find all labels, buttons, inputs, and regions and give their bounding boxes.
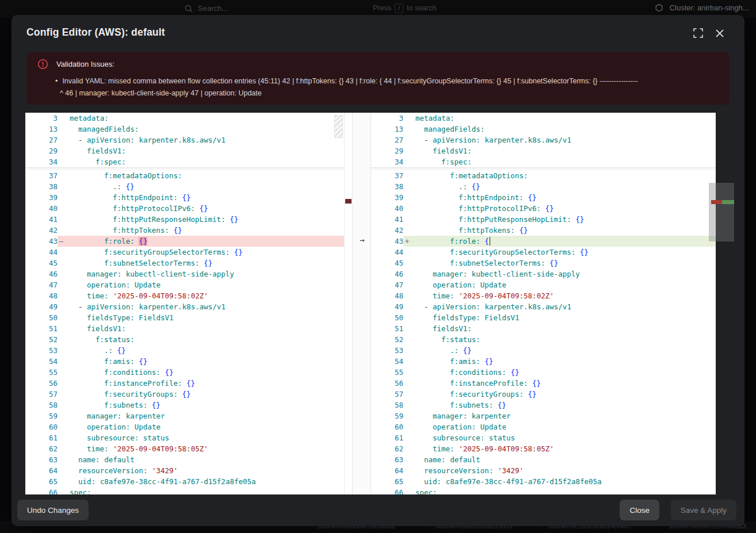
code-line[interactable]: 57f:securityGroups: {} (25, 389, 352, 400)
sticky-line[interactable]: 34f:spec: (371, 156, 716, 167)
sticky-line[interactable]: 29fieldsV1: (25, 145, 352, 156)
undo-changes-button[interactable]: Undo Changes (17, 500, 89, 520)
sticky-line[interactable]: 29fieldsV1: (371, 145, 716, 156)
code-line[interactable]: 55f:conditions: {} (371, 367, 716, 378)
code-text: time: '2025-09-04T09:58:05Z' (411, 443, 716, 454)
diff-pane-modified[interactable]: 3metadata:13managedFields:27- apiVersion… (371, 113, 716, 494)
code-line[interactable]: 47operation: Update (25, 279, 352, 290)
diff-sign (403, 476, 411, 487)
sticky-line[interactable]: 27- apiVersion: karpenter.k8s.aws/v1 (25, 135, 352, 145)
code-line[interactable]: 62time: '2025-09-04T09:58:05Z' (371, 443, 716, 454)
code-line[interactable]: 49- apiVersion: karpenter.k8s.aws/v1 (25, 301, 352, 312)
fullscreen-button[interactable] (690, 26, 705, 41)
code-line[interactable]: 48time: '2025-09-04T09:58:02Z' (25, 290, 352, 301)
code-line[interactable]: 41f:httpPutResponseHopLimit: {} (25, 214, 352, 225)
code-text: fieldsType: FieldsV1 (65, 312, 352, 323)
code-line[interactable]: 53.: {} (371, 345, 716, 356)
code-line[interactable]: 48time: '2025-09-04T09:58:02Z' (371, 290, 716, 301)
sticky-line[interactable]: 34f:spec: (25, 156, 352, 167)
code-line[interactable]: 61subresource: status (25, 432, 352, 443)
code-line[interactable]: 42f:httpTokens: {} (371, 225, 716, 236)
code-line[interactable]: 56f:instanceProfile: {} (371, 378, 716, 389)
yaml-diff-editor[interactable]: 3metadata:13managedFields:27- apiVersion… (25, 113, 716, 494)
sticky-line[interactable]: 3metadata: (371, 113, 716, 124)
revert-change-button[interactable]: → (356, 235, 368, 246)
diff-sign (403, 203, 411, 214)
code-line[interactable]: 44f:securityGroupSelectorTerms: {} (25, 247, 352, 258)
code-line[interactable]: 56f:instanceProfile: {} (25, 378, 352, 389)
code-line[interactable]: 43+f:role: { (371, 236, 716, 247)
code-line[interactable]: 45f:subnetSelectorTerms: {} (371, 258, 716, 269)
line-number: 13 (25, 124, 58, 135)
close-modal-button[interactable] (712, 26, 727, 41)
code-line[interactable]: 44f:securityGroupSelectorTerms: {} (371, 247, 716, 258)
code-text: f:conditions: {} (65, 367, 352, 378)
line-number: 43 (371, 236, 403, 247)
code-line[interactable]: 58f:subnets: {} (25, 400, 352, 411)
scrollbar-thumb[interactable] (709, 183, 734, 241)
line-number: 58 (25, 400, 58, 411)
code-text: metadata: (411, 113, 716, 124)
sticky-line[interactable]: 13managedFields: (25, 124, 352, 135)
code-line[interactable]: 59manager: karpenter (25, 411, 352, 421)
code-line[interactable]: 51fieldsV1: (371, 323, 716, 334)
code-line[interactable]: 54f:amis: {} (25, 356, 352, 367)
code-line[interactable]: 38.: {} (371, 181, 716, 192)
code-line[interactable]: 39f:httpEndpoint: {} (371, 192, 716, 203)
code-line[interactable]: 37f:metadataOptions: (371, 170, 716, 181)
code-line[interactable]: 38.: {} (25, 181, 352, 192)
bullet: • (55, 77, 58, 85)
diff-sign (58, 269, 65, 279)
diff-sign (403, 454, 411, 465)
editor-scrollbar[interactable] (709, 113, 734, 494)
sticky-line[interactable]: 13managedFields: (371, 124, 716, 135)
close-button[interactable]: Close (620, 500, 659, 520)
code-line[interactable]: 65uid: c8afe97e-38cc-4f91-a767-d15f2a8fe… (371, 476, 716, 487)
code-line[interactable]: 63name: default (25, 454, 352, 465)
code-line[interactable]: 40f:httpProtocolIPv6: {} (25, 203, 352, 214)
overview-ruler-left[interactable] (344, 113, 352, 494)
code-line[interactable]: 43−f:role: {} (25, 236, 352, 247)
code-line[interactable]: 55f:conditions: {} (25, 367, 352, 378)
code-line[interactable]: 42f:httpTokens: {} (25, 225, 352, 236)
code-line[interactable]: 65uid: c8afe97e-38cc-4f91-a767-d15f2a8fe… (25, 476, 352, 487)
code-line[interactable]: 61subresource: status (371, 432, 716, 443)
code-line[interactable]: 64resourceVersion: '3429' (371, 465, 716, 476)
expand-unchanged-region[interactable] (334, 115, 343, 138)
code-line[interactable]: 54f:amis: {} (371, 356, 716, 367)
line-number: 29 (371, 145, 403, 156)
save-apply-button[interactable]: Save & Apply (671, 500, 736, 520)
code-line[interactable]: 53.: {} (25, 345, 352, 356)
sticky-line[interactable]: 27- apiVersion: karpenter.k8s.aws/v1 (371, 135, 716, 145)
code-line[interactable]: 57f:securityGroups: {} (371, 389, 716, 400)
code-line[interactable]: 62time: '2025-09-04T09:58:05Z' (25, 443, 352, 454)
code-line[interactable]: 39f:httpEndpoint: {} (25, 192, 352, 203)
code-line[interactable]: 64resourceVersion: '3429' (25, 465, 352, 476)
diff-pane-original[interactable]: 3metadata:13managedFields:27- apiVersion… (25, 113, 352, 494)
line-number: 65 (371, 476, 403, 487)
code-line[interactable]: 52f:status: (25, 334, 352, 345)
code-line[interactable]: 46manager: kubectl-client-side-apply (371, 269, 716, 279)
code-line[interactable]: 40f:httpProtocolIPv6: {} (371, 203, 716, 214)
code-line[interactable]: 63name: default (371, 454, 716, 465)
code-line[interactable]: 60operation: Update (371, 421, 716, 432)
code-line[interactable]: 45f:subnetSelectorTerms: {} (25, 258, 352, 269)
code-text: subresource: status (65, 432, 352, 443)
code-text: f:role: { (411, 236, 716, 247)
code-line[interactable]: 50fieldsType: FieldsV1 (371, 312, 716, 323)
code-line[interactable]: 49- apiVersion: karpenter.k8s.aws/v1 (371, 301, 716, 312)
line-number: 64 (371, 465, 403, 476)
code-line[interactable]: 37f:metadataOptions: (25, 170, 352, 181)
code-line[interactable]: 46manager: kubectl-client-side-apply (25, 269, 352, 279)
code-line[interactable]: 47operation: Update (371, 279, 716, 290)
code-line[interactable]: 58f:subnets: {} (371, 400, 716, 411)
code-line[interactable]: 52f:status: (371, 334, 716, 345)
code-line[interactable]: 41f:httpPutResponseHopLimit: {} (371, 214, 716, 225)
code-line[interactable]: 50fieldsType: FieldsV1 (25, 312, 352, 323)
code-line[interactable]: 59manager: karpenter (371, 411, 716, 421)
diff-sign (58, 156, 65, 167)
code-text: time: '2025-09-04T09:58:02Z' (411, 290, 716, 301)
code-line[interactable]: 51fieldsV1: (25, 323, 352, 334)
code-line[interactable]: 60operation: Update (25, 421, 352, 432)
sticky-line[interactable]: 3metadata: (25, 113, 352, 124)
